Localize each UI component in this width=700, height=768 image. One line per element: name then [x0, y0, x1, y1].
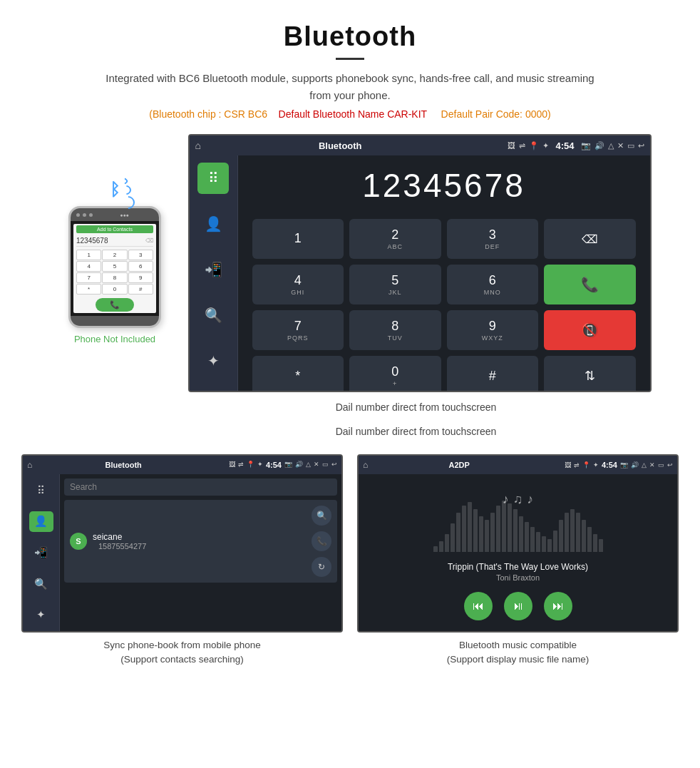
key-hash-main: #: [489, 369, 496, 384]
bt-signal: ᛒ: [98, 177, 132, 203]
title-divider: [336, 58, 364, 60]
sidebar-contacts-icon[interactable]: 👤: [197, 208, 229, 240]
eq-bar-0: [433, 546, 438, 552]
pb-contact-name: seicane: [93, 532, 146, 542]
phone-call-btn[interactable]: 📞: [96, 298, 134, 312]
main-section: ᛒ ●●● Add to Contacts 12345678: [0, 127, 700, 396]
key-5[interactable]: 5 JKL: [349, 265, 441, 304]
key-1[interactable]: 1: [252, 219, 344, 259]
pb-search-contact-icon[interactable]: 🔍: [312, 506, 331, 526]
phone-dot-2: [83, 213, 86, 217]
bt-chip: (Bluetooth chip : CSR BC6: [149, 108, 267, 120]
pb-status-bar: ⌂ Bluetooth 🖼 ⇌ 📍 ✦ 4:54 📷 🔊 △ ✕ ▭ ↩: [23, 456, 341, 474]
music-prev-btn[interactable]: ⏮: [464, 592, 493, 620]
key-8[interactable]: 8 TUV: [349, 310, 441, 350]
pb-rect-icon: ▭: [322, 461, 329, 469]
back-icon: ↩: [638, 141, 644, 150]
phone-mockup-area: ᛒ ●●● Add to Contacts 12345678: [49, 177, 181, 344]
key-backspace[interactable]: ⌫: [544, 219, 636, 259]
image-icon: 🖼: [508, 141, 515, 150]
usb-icon: ⇌: [519, 141, 525, 150]
sidebar-dialpad-icon[interactable]: ⠿: [197, 163, 229, 194]
key-end[interactable]: 📵: [544, 310, 636, 350]
sidebar-search-icon[interactable]: 🔍: [197, 299, 229, 331]
phone-number-display: 12345678 ⌫: [76, 235, 153, 247]
phone-key-hash[interactable]: #: [128, 284, 153, 295]
music-caption: Bluetooth music compatible (Support disp…: [447, 638, 590, 667]
key-6-main: 6: [489, 273, 496, 288]
key-hash[interactable]: #: [447, 356, 539, 392]
music-play-btn[interactable]: ⏯: [504, 592, 532, 620]
key-star[interactable]: *: [252, 356, 344, 392]
music-visual: ♪ ♫ ♪: [369, 485, 666, 552]
eq-bar-29: [599, 539, 603, 552]
music-item: ⌂ A2DP 🖼 ⇌ 📍 ✦ 4:54 📷 🔊 △ ✕ ▭ ↩: [357, 454, 679, 667]
dial-body: ⠿ 👤 📲 🔍 ✦ 12345678 1 2 ABC: [190, 155, 650, 391]
key-3[interactable]: 3 DEF: [447, 219, 539, 259]
pb-sync-icon[interactable]: ↻: [312, 557, 331, 577]
music-artist: Toni Braxton: [496, 573, 540, 582]
phone-key-0[interactable]: 0: [102, 284, 127, 295]
phone-not-included-label: Phone Not Included: [74, 334, 155, 344]
phone-key-3[interactable]: 3: [128, 250, 153, 260]
eq-bar-25: [576, 513, 580, 552]
key-8-main: 8: [391, 319, 398, 334]
eq-bar-9: [485, 520, 489, 552]
phone-key-2[interactable]: 2: [102, 250, 127, 260]
pb-contacts-icon[interactable]: 👤: [29, 511, 53, 533]
phone-key-star[interactable]: *: [76, 284, 101, 295]
pb-dialpad-icon[interactable]: ⠿: [29, 480, 53, 501]
phone-key-7[interactable]: 7: [76, 272, 101, 283]
eq-bar-27: [587, 527, 592, 552]
phone-key-9[interactable]: 9: [128, 272, 153, 283]
eq-bar-15: [519, 516, 523, 552]
pb-call-contact-icon[interactable]: 📞: [312, 531, 331, 551]
phone-carrier: ●●●: [96, 213, 153, 217]
phone-key-6[interactable]: 6: [128, 261, 153, 272]
pb-cam-icon: 📷: [284, 461, 292, 469]
pb-bt-sidebar-icon[interactable]: ✦: [29, 604, 53, 625]
phone-call-row: 📞: [76, 298, 153, 312]
eq-bar-5: [462, 506, 466, 552]
phone-bottom-bar: [71, 316, 159, 326]
phone-key-4[interactable]: 4: [76, 261, 101, 272]
key-sort[interactable]: ⇅: [544, 356, 636, 392]
pb-status-icons: 🖼 ⇌ 📍 ✦ 4:54 📷 🔊 △ ✕ ▭ ↩: [229, 461, 337, 469]
pb-sidebar: ⠿ 👤 📲 🔍 ✦: [23, 474, 60, 631]
pb-calls-icon[interactable]: 📲: [29, 542, 53, 563]
location-icon: 📍: [529, 141, 539, 150]
eq-bar-8: [479, 516, 483, 552]
phone-key-5[interactable]: 5: [102, 261, 127, 272]
key-4[interactable]: 4 GHI: [252, 265, 344, 304]
key-7[interactable]: 7 PQRS: [252, 310, 344, 350]
eq-bar-28: [593, 534, 597, 552]
sidebar-bt-icon[interactable]: ✦: [197, 345, 229, 377]
status-time: 4:54: [555, 140, 574, 151]
eq-bar-16: [525, 522, 529, 552]
camera-icon: 📷: [581, 141, 591, 150]
music-caption-line2: (Support display music file name): [447, 652, 590, 667]
eq-bar-4: [456, 513, 460, 552]
sidebar-calls-icon[interactable]: 📲: [197, 254, 229, 285]
phonebook-screen: ⌂ Bluetooth 🖼 ⇌ 📍 ✦ 4:54 📷 🔊 △ ✕ ▭ ↩: [21, 454, 343, 633]
key-5-main: 5: [391, 273, 398, 288]
phone-key-1[interactable]: 1: [76, 250, 101, 260]
music-next-btn[interactable]: ⏭: [544, 592, 572, 620]
pb-search-bar[interactable]: Search: [64, 478, 337, 496]
key-6[interactable]: 6 MNO: [447, 265, 539, 304]
key-call[interactable]: 📞: [544, 265, 636, 304]
key-9-main: 9: [489, 319, 496, 334]
key-0[interactable]: 0 +: [349, 356, 441, 392]
eq-bar-13: [508, 503, 512, 552]
hu-dial-screen: ⌂ Bluetooth 🖼 ⇌ 📍 ✦ 4:54 📷 🔊 △ ✕ ▭ ↩ ⠿ 👤: [188, 134, 652, 392]
eq-bar-21: [553, 531, 557, 552]
key-2[interactable]: 2 ABC: [349, 219, 441, 259]
pb-img-icon: 🖼: [229, 461, 235, 469]
phone-key-8[interactable]: 8: [102, 272, 127, 283]
phone-del-icon: ⌫: [145, 237, 153, 244]
eq-bar-1: [439, 541, 443, 552]
pb-search-sidebar-icon[interactable]: 🔍: [29, 573, 53, 595]
key-9[interactable]: 9 WXYZ: [447, 310, 539, 350]
music-cam-icon: 📷: [620, 461, 628, 469]
minus-icon: ▭: [627, 141, 634, 150]
